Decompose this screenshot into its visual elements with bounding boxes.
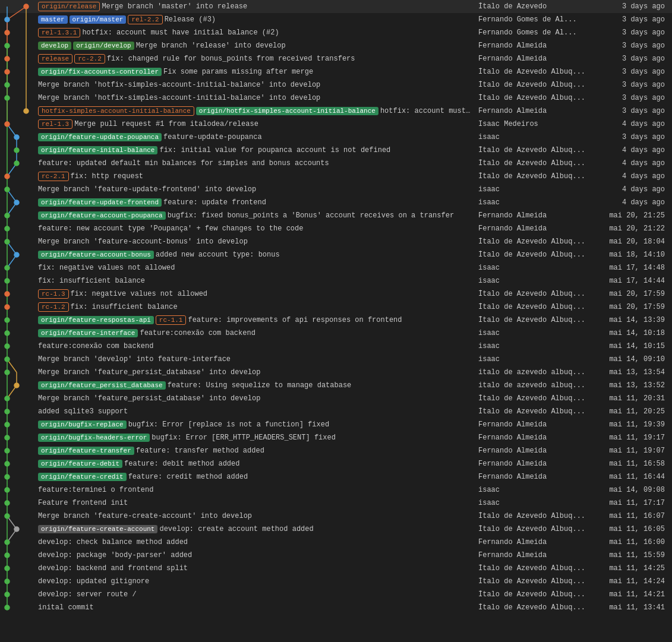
table-row[interactable]: origin/feature-account-bonusadded new ac… xyxy=(0,248,672,261)
branch-tag[interactable]: origin/bugfix-headers-error xyxy=(38,434,150,442)
graph-cell xyxy=(0,196,36,209)
table-row[interactable]: origin/feature-create-accountdevelop: cr… xyxy=(0,523,672,536)
table-row[interactable]: origin/fix-accounts-controllerFix some p… xyxy=(0,65,672,78)
branch-tag[interactable]: origin/feature-transfer xyxy=(38,447,134,455)
table-row[interactable]: Merge branch 'feature_persist_database' … xyxy=(0,366,672,379)
date-cell: mai 11, 14:25 xyxy=(592,564,670,573)
table-row[interactable]: origin/feature-debitfeature: debit metho… xyxy=(0,457,672,470)
table-row[interactable]: origin/bugfix-replacebugfix: Error [repl… xyxy=(0,418,672,431)
branch-tag[interactable]: origin/feature-update-frontend xyxy=(38,198,162,207)
branch-tag[interactable]: origin/feature-interface xyxy=(38,329,138,337)
date-cell: 4 days ago xyxy=(592,185,670,194)
branch-tag[interactable]: origin/master xyxy=(70,15,127,24)
date-cell: 4 days ago xyxy=(592,120,670,128)
table-row[interactable]: masterorigin/masterrel-2.2Release (#3)Fe… xyxy=(0,13,672,26)
table-row[interactable]: origin/feature-creditfeature: credit met… xyxy=(0,470,672,483)
date-cell: mai 14, 13:39 xyxy=(592,316,670,324)
svg-point-55 xyxy=(5,488,10,492)
table-row[interactable]: origin/feature-inital-balancefix: initia… xyxy=(0,144,672,157)
table-row[interactable]: Merge branch 'feature-account-bonus' int… xyxy=(0,235,672,248)
table-row[interactable]: rc-1.2fix: insufficient balanceÍtalo de … xyxy=(0,301,672,314)
table-row[interactable]: develop: updated gitignoreÍtalo de Azeve… xyxy=(0,575,672,588)
table-row[interactable]: rc-1.3fix: negative values not allowedÍt… xyxy=(0,287,672,301)
table-row[interactable]: origin/feature-transferfeature: transfer… xyxy=(0,444,672,457)
table-row[interactable]: Merge branch 'feature-create-account' in… xyxy=(0,510,672,523)
table-row[interactable]: rel-1.3.1hotfix: account must have initi… xyxy=(0,26,672,39)
svg-point-60 xyxy=(5,553,10,558)
table-row[interactable]: origin/feature_persist_databasefeature: … xyxy=(0,379,672,392)
branch-tag[interactable]: rel-2.2 xyxy=(128,15,162,24)
branch-tag[interactable]: origin/release xyxy=(38,2,100,11)
author-cell: Fernando Almeida xyxy=(474,551,592,559)
branch-tag[interactable]: origin/feature-update-poupanca xyxy=(38,133,162,141)
table-row[interactable]: fix: negative values not allowedisaacmai… xyxy=(0,261,672,274)
table-row[interactable]: origin/feature-account-poupancabugfix: f… xyxy=(0,209,672,222)
branch-tag[interactable]: origin/bugfix-replace xyxy=(38,420,127,429)
table-row[interactable]: rel-1.3Merge pull request #1 from italod… xyxy=(0,118,672,131)
branch-tag[interactable]: origin/fix-accounts-controller xyxy=(38,68,162,76)
branch-tag[interactable]: origin/feature-create-account xyxy=(38,525,157,533)
svg-point-39 xyxy=(5,279,10,283)
table-row[interactable]: origin/feature-update-frontendfeature: u… xyxy=(0,196,672,209)
branch-tag[interactable]: rc-1.2 xyxy=(38,302,69,312)
table-row[interactable]: added sqlite3 supportÍtalo de Azevedo Al… xyxy=(0,405,672,418)
commit-message: feature:conexão com backend xyxy=(140,329,255,337)
table-row[interactable]: releaserc-2.2fix: changed rule for bonus… xyxy=(0,52,672,65)
table-row[interactable]: inital commitÍtalo de Azevedo Albuq...ma… xyxy=(0,601,672,614)
message-cell: origin/feature-respostas-apirc-1.1featur… xyxy=(36,315,474,325)
branch-tag[interactable]: rc-2.2 xyxy=(74,54,105,64)
message-cell: develop: server route / xyxy=(36,590,474,599)
table-row[interactable]: Merge branch 'feature-update-frontend' i… xyxy=(0,183,672,196)
branch-tag[interactable]: origin/feature-account-poupanca xyxy=(38,211,166,220)
branch-tag[interactable]: origin/feature-account-bonus xyxy=(38,251,154,259)
branch-tag[interactable]: origin/develop xyxy=(73,42,134,50)
table-row[interactable]: origin/feature-respostas-apirc-1.1featur… xyxy=(0,314,672,327)
table-row[interactable]: develop: check balance method addedFerna… xyxy=(0,536,672,549)
svg-point-30 xyxy=(14,161,19,166)
graph-cell xyxy=(0,183,36,196)
table-row[interactable]: Merge branch 'hotfix-simples-account-ini… xyxy=(0,78,672,91)
table-row[interactable]: Merge branch 'feature_persist_database' … xyxy=(0,392,672,405)
branch-tag[interactable]: origin/feature-respostas-api xyxy=(38,316,154,324)
table-row[interactable]: develop: backend and frontend splitÍtalo… xyxy=(0,562,672,575)
table-row[interactable]: fix: insufficient balanceisaacmai 17, 14… xyxy=(0,274,672,287)
branch-tag[interactable]: origin/feature-debit xyxy=(38,460,122,468)
branch-tag[interactable]: rc-1.1 xyxy=(156,315,187,325)
branch-tag[interactable]: origin/feature-credit xyxy=(38,473,127,481)
branch-tag[interactable]: release xyxy=(38,54,72,64)
branch-tag[interactable]: origin/feature-inital-balance xyxy=(38,146,157,154)
table-row[interactable]: rc-2.1fix: http requestÍtalo de Azevedo … xyxy=(0,170,672,183)
branch-tag[interactable]: hotfix-simples-account-initial-balance xyxy=(38,106,194,116)
table-row[interactable]: develop: server route /Ítalo de Azevedo … xyxy=(0,588,672,601)
table-row[interactable]: developorigin/developMerge branch 'relea… xyxy=(0,39,672,52)
branch-tag[interactable]: rc-2.1 xyxy=(38,172,69,181)
graph-cell xyxy=(0,340,36,353)
table-row[interactable]: feature:conexão com backendisaacmai 14, … xyxy=(0,340,672,353)
table-row[interactable]: develop: package 'body-parser' addedFern… xyxy=(0,549,672,562)
svg-point-27 xyxy=(5,122,10,126)
table-row[interactable]: Feature frontend initisaacmai 11, 17:17 xyxy=(0,496,672,510)
commit-message: feature: Using sequelize to manage datab… xyxy=(168,381,352,390)
branch-tag[interactable]: origin/hotfix-simples-account-initial-ba… xyxy=(196,107,378,115)
branch-tag[interactable]: develop xyxy=(38,42,71,50)
svg-point-61 xyxy=(5,566,10,571)
table-row[interactable]: origin/bugfix-headers-errorbugfix: Error… xyxy=(0,431,672,444)
branch-tag[interactable]: rel-1.3.1 xyxy=(38,28,80,37)
table-row[interactable]: Merge branch 'hotfix-simples-account-ini… xyxy=(0,91,672,105)
author-cell: Fernando Almeida xyxy=(474,55,592,63)
branch-tag[interactable]: rel-1.3 xyxy=(38,119,72,129)
table-row[interactable]: feature:terminei o frontendisaacmai 14, … xyxy=(0,483,672,496)
message-cell: origin/feature-create-accountdevelop: cr… xyxy=(36,525,474,533)
table-row[interactable]: origin/releaseMerge branch 'master' into… xyxy=(0,0,672,13)
table-row[interactable]: origin/feature-interfacefeature:conexão … xyxy=(0,327,672,340)
date-cell: mai 14, 10:18 xyxy=(592,329,670,337)
table-row[interactable]: Merge branch 'develop' into feature-inte… xyxy=(0,353,672,366)
branch-tag[interactable]: rc-1.3 xyxy=(38,289,69,299)
branch-tag[interactable]: origin/feature_persist_database xyxy=(38,381,166,390)
table-row[interactable]: feature: new account type 'Poupança' + f… xyxy=(0,222,672,235)
branch-tag[interactable]: master xyxy=(38,15,68,24)
table-row[interactable]: origin/feature-update-poupancafeature-up… xyxy=(0,131,672,144)
author-cell: Ítalo de Azevedo Albuq... xyxy=(474,564,592,573)
table-row[interactable]: feature: updated default min balances fo… xyxy=(0,157,672,170)
table-row[interactable]: hotfix-simples-account-initial-balanceor… xyxy=(0,105,672,118)
